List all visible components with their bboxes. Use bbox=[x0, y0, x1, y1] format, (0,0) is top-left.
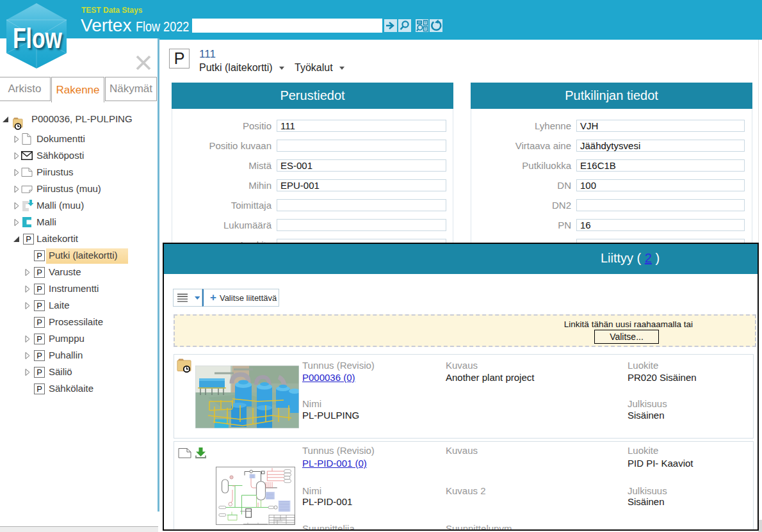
svg-text:P: P bbox=[36, 251, 42, 261]
svg-text:P: P bbox=[36, 334, 42, 344]
svg-text:P: P bbox=[36, 384, 42, 394]
svg-text:P: P bbox=[36, 367, 42, 377]
svg-text:Flow: Flow bbox=[13, 22, 63, 54]
svg-text:P: P bbox=[36, 351, 42, 360]
svg-text:P: P bbox=[36, 301, 42, 310]
svg-text:P: P bbox=[26, 234, 31, 244]
svg-text:P: P bbox=[36, 284, 42, 294]
svg-text:P: P bbox=[36, 318, 42, 327]
svg-text:P: P bbox=[36, 268, 42, 277]
